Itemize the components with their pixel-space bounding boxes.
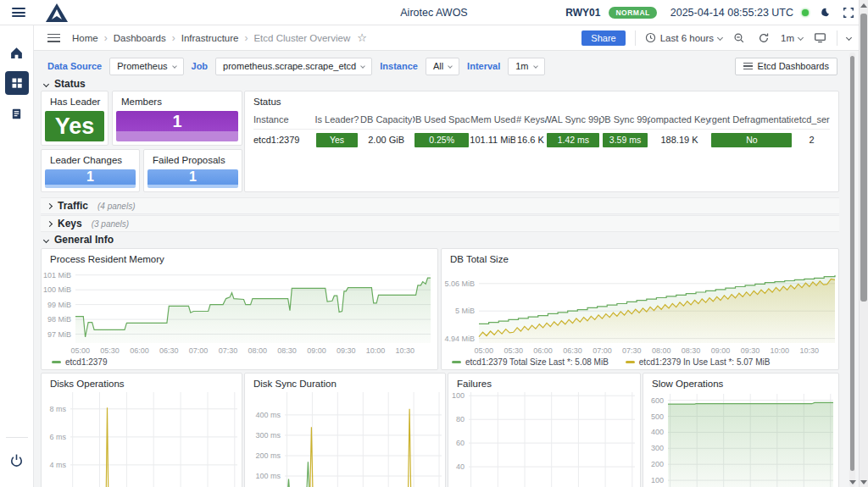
- home-icon: [9, 46, 24, 60]
- fullscreen-icon[interactable]: [841, 5, 856, 20]
- panel-failures: Failures 20406080100: [448, 373, 641, 487]
- scroll-up-arrow[interactable]: [860, 0, 868, 10]
- section-keys[interactable]: Keys (3 panels): [41, 215, 839, 232]
- instance-dropdown[interactable]: All: [426, 58, 459, 75]
- variables-row: Data Source Prometheus Job prometheus.sc…: [34, 51, 868, 76]
- interval-dropdown[interactable]: 1m: [508, 58, 544, 75]
- status-badge: NORMAL: [609, 7, 656, 19]
- section-general-info[interactable]: General Info: [44, 234, 114, 246]
- col-db-used-space[interactable]: DB Used Space: [413, 110, 470, 129]
- section-traffic[interactable]: Traffic (4 panels): [41, 197, 839, 214]
- chevron-down-icon: [798, 35, 804, 41]
- leader-changes-value: 1: [45, 169, 136, 185]
- svg-text:400 ms: 400 ms: [255, 411, 281, 419]
- panel-has-leader: Has Leader Yes: [41, 91, 108, 146]
- cell-instance: etcd1:2379: [253, 130, 314, 150]
- etcd-dashboards-button[interactable]: Etcd Dashboards: [735, 58, 837, 75]
- col-is-leader[interactable]: Is Leader?: [314, 110, 359, 129]
- time-range-label: Last 6 hours: [660, 33, 714, 43]
- col-db-capacity[interactable]: DB Capacity: [359, 110, 413, 129]
- sidebar-item-logout[interactable]: [5, 448, 29, 472]
- col-urgent-defragmentation[interactable]: Urgent Defragmentation: [709, 110, 793, 129]
- chart-plot[interactable]: 4 ms6 ms8 ms: [42, 374, 243, 487]
- col-etcd-server[interactable]: etcd_ser: [793, 110, 830, 129]
- col-instance[interactable]: Instance: [253, 110, 314, 129]
- svg-text:06:30: 06:30: [563, 346, 582, 355]
- dashboards-grid-icon: [10, 76, 24, 90]
- svg-text:98 MiB: 98 MiB: [47, 315, 71, 324]
- chart-legend: etcd1:2379: [52, 357, 108, 367]
- legend-label[interactable]: etcd1:2379 Total Size Last *: 5.08 MiB: [465, 357, 609, 367]
- chevron-down-icon: [172, 64, 177, 69]
- chart-plot[interactable]: 97 MiB98 MiB99 MiB100 MiB101 MiB05:0005:…: [42, 249, 439, 371]
- breadcrumb-infrastructure[interactable]: Infrastructure: [181, 33, 239, 43]
- col-wal-sync[interactable]: WAL Sync 99p: [545, 110, 601, 129]
- data-source-dropdown[interactable]: Prometheus: [109, 58, 183, 75]
- chevron-right-icon: [47, 202, 53, 208]
- svg-text:40: 40: [456, 462, 465, 471]
- svg-text:08:30: 08:30: [277, 346, 297, 355]
- sidebar-item-dashboards[interactable]: [5, 71, 29, 95]
- chart-legend: etcd1:2379 Total Size Last *: 5.08 MiB e…: [452, 357, 770, 367]
- app-logo[interactable]: [44, 3, 70, 23]
- section-keys-label: Keys: [58, 218, 82, 230]
- col-compacted-keys[interactable]: Compacted Keys: [649, 110, 710, 129]
- svg-text:05:00: 05:00: [71, 346, 91, 355]
- panel-failed-proposals: Failed Proposals 1: [143, 149, 242, 192]
- refresh-interval-dropdown[interactable]: 1m: [781, 33, 803, 43]
- legend-label[interactable]: etcd1:2379: [65, 357, 108, 367]
- runway-label: RWY01: [565, 7, 600, 19]
- panel-disk-sync-duration: Disk Sync Duration 100 ms200 ms300 ms400…: [244, 373, 446, 487]
- breadcrumb-current-page: Etcd Cluster Overview: [253, 33, 350, 43]
- chevron-down-icon: [717, 35, 723, 41]
- col-db-sync[interactable]: DB Sync 99p: [601, 110, 648, 129]
- svg-text:300 ms: 300 ms: [255, 431, 281, 440]
- panel-db-total-size: DB Total Size 4.94 MiB5 MiB5.06 MiB05:00…: [441, 248, 839, 370]
- job-dropdown[interactable]: prometheus.scrape.scrape_etcd: [215, 58, 372, 75]
- chart-plot[interactable]: 100200300400500600: [643, 374, 840, 487]
- instance-label: Instance: [380, 61, 418, 71]
- window-scrollbar[interactable]: [859, 0, 868, 487]
- favorite-star-icon[interactable]: ☆: [357, 31, 367, 44]
- breadcrumb-dashboards[interactable]: Dashboards: [114, 33, 166, 43]
- chart-plot[interactable]: 100 ms200 ms300 ms400 ms: [245, 374, 447, 487]
- svg-text:200 ms: 200 ms: [255, 451, 281, 460]
- col-keys[interactable]: # Keys: [515, 110, 545, 129]
- sidebar-item-home[interactable]: [5, 41, 29, 64]
- utc-clock: 2025-04-14 08:55:23 UTC: [670, 7, 793, 19]
- sidebar: [0, 25, 34, 487]
- scroll-down-arrow[interactable]: [849, 477, 855, 487]
- scrollbar-thumb[interactable]: [850, 56, 854, 471]
- time-range-picker[interactable]: Last 6 hours: [645, 32, 722, 43]
- col-mem-used[interactable]: Mem Used: [470, 110, 515, 129]
- section-general-info-label: General Info: [54, 234, 114, 246]
- legend-label[interactable]: etcd1:2379 In Use Last *: 5.07 MiB: [639, 357, 771, 367]
- chart-plot[interactable]: 4.94 MiB5 MiB5.06 MiB05:0005:3006:0006:3…: [442, 249, 840, 371]
- zoom-out-icon[interactable]: [732, 30, 747, 46]
- svg-text:5 MiB: 5 MiB: [455, 307, 475, 315]
- section-status[interactable]: Status: [44, 78, 86, 90]
- dashboard-scrollbar[interactable]: [849, 53, 855, 487]
- chevron-down-icon: [43, 80, 49, 86]
- mega-menu-icon[interactable]: [47, 34, 60, 42]
- power-icon: [9, 453, 24, 468]
- panel-process-resident-memory: Process Resident Memory 97 MiB98 MiB99 M…: [41, 248, 438, 370]
- collapse-toolbar-icon[interactable]: [846, 35, 852, 41]
- instance-value: All: [433, 61, 443, 71]
- svg-text:06:30: 06:30: [159, 346, 179, 355]
- chart-plot[interactable]: 20406080100: [448, 374, 642, 487]
- tv-mode-icon[interactable]: [812, 30, 827, 46]
- section-traffic-label: Traffic: [58, 200, 88, 212]
- svg-text:10:00: 10:00: [771, 346, 790, 355]
- scroll-down-arrow[interactable]: [860, 477, 868, 487]
- svg-text:07:00: 07:00: [593, 346, 612, 355]
- app-menu-icon[interactable]: [12, 8, 25, 17]
- sidebar-item-logs[interactable]: [5, 102, 29, 125]
- svg-text:300: 300: [651, 444, 664, 452]
- share-button[interactable]: Share: [581, 30, 625, 46]
- theme-moon-icon[interactable]: [817, 5, 832, 20]
- breadcrumb-home[interactable]: Home: [72, 33, 98, 43]
- svg-text:5.06 MiB: 5.06 MiB: [444, 279, 475, 288]
- scrollbar-thumb[interactable]: [860, 14, 867, 302]
- refresh-icon[interactable]: [756, 30, 771, 46]
